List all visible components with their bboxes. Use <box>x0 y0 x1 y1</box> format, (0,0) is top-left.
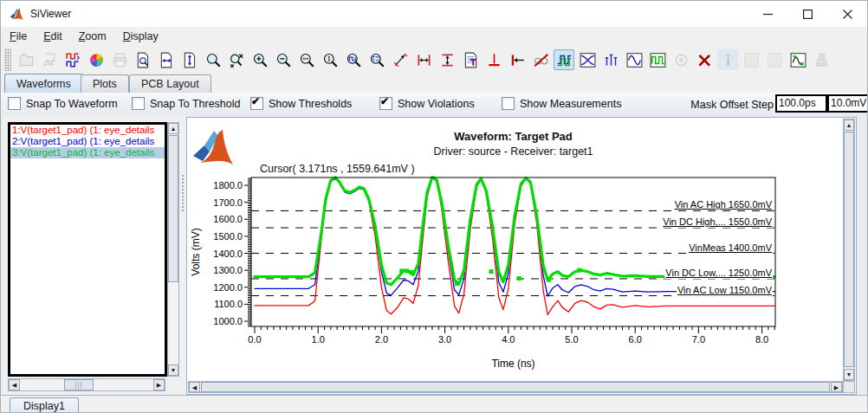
checkbox-snap-to-threshold[interactable] <box>132 97 145 110</box>
zoom-wave-region-icon[interactable] <box>366 49 387 70</box>
checkbox-snap-to-waveform[interactable] <box>8 97 21 110</box>
zoom-in-icon[interactable] <box>249 49 270 70</box>
toolbar-grip[interactable] <box>4 48 11 71</box>
zoom-out-icon[interactable] <box>273 49 294 70</box>
report-icon[interactable] <box>460 49 481 70</box>
app-logo-icon <box>10 8 24 21</box>
zoom-fit-height-icon[interactable] <box>179 49 200 70</box>
measure-slope-icon[interactable] <box>390 49 411 70</box>
splitter-handle[interactable] <box>181 174 185 212</box>
svg-text:6.0: 6.0 <box>629 334 642 345</box>
hide-violations-icon[interactable] <box>530 49 551 70</box>
open-icon[interactable] <box>16 49 36 70</box>
checkbox-show-measurements[interactable] <box>502 97 515 110</box>
svg-text:Volts (mV): Volts (mV) <box>190 228 202 275</box>
panel-splitter[interactable] <box>179 117 186 395</box>
zoom-wave-x-icon[interactable] <box>343 49 364 70</box>
scrollbar-corner <box>843 381 855 393</box>
threshold-label-vin-dc-low: Vin DC Low,... 1250.0mV <box>664 268 773 279</box>
menu-zoom[interactable]: Zoom <box>71 29 114 44</box>
svg-text:1.0: 1.0 <box>312 334 325 345</box>
scroll-up-button[interactable]: ▲ <box>168 123 178 134</box>
signal-item-2[interactable]: 2:V(target1_pad) (1: eye_details <box>10 136 165 147</box>
scrollbar-thumb[interactable] <box>201 382 830 392</box>
mask-offset-voltage-field[interactable]: 10.0mV <box>827 94 868 113</box>
scroll-down-button[interactable]: ▼ <box>168 365 178 376</box>
tab-pcb-layout[interactable]: PCB Layout <box>129 74 211 93</box>
color-map-icon[interactable] <box>86 49 107 70</box>
chart-vertical-scrollbar[interactable]: ▲ ▼ <box>843 119 855 381</box>
target-icon[interactable] <box>670 49 691 70</box>
option-show-thresholds: Show Thresholds <box>250 97 352 110</box>
option-show-measurements: Show Measurements <box>502 97 621 110</box>
zoom-cursor-icon[interactable] <box>203 49 223 70</box>
scroll-down-button[interactable]: ▼ <box>844 369 854 380</box>
scroll-left-button[interactable]: ◀ <box>9 379 20 390</box>
zoom-xy-icon[interactable] <box>226 49 247 70</box>
maximize-button[interactable] <box>787 1 827 27</box>
threshold-label-vin-ac-low: Vin AC Low 1150.0mV <box>677 285 773 296</box>
chart-horizontal-scrollbar[interactable]: ◀ ▶ <box>188 381 843 393</box>
minimize-button[interactable] <box>748 1 787 27</box>
scroll-right-button[interactable]: ▶ <box>831 382 842 392</box>
checkbox-show-violations[interactable] <box>379 97 392 110</box>
signal-list-vertical-scrollbar[interactable]: ▲ ▼ <box>167 122 179 377</box>
stamp-icon[interactable] <box>811 49 832 70</box>
signal-item-3[interactable]: 3:V(target1_pad) (1: eye_details <box>10 147 165 158</box>
threshold-label-vin-ac-high: Vin AC High 1650.0mV <box>674 199 773 210</box>
label-show-thresholds: Show Thresholds <box>269 98 352 110</box>
import-waveform-icon[interactable] <box>39 49 60 70</box>
label-snap-to-threshold: Snap To Threshold <box>150 98 240 110</box>
print-icon[interactable] <box>109 49 130 70</box>
zoom-fit-width-icon[interactable] <box>156 49 177 70</box>
waveform-view-icon[interactable] <box>554 49 574 70</box>
scroll-up-button[interactable]: ▲ <box>844 119 854 131</box>
zoom-y-icon[interactable] <box>320 49 340 70</box>
tab-display1[interactable]: Display1 <box>10 397 79 413</box>
tab-plots[interactable]: Plots <box>81 74 129 93</box>
tab-waveforms[interactable]: Waveforms <box>4 74 83 93</box>
title-bar[interactable]: SiViewer <box>1 1 867 27</box>
scrollbar-thumb[interactable] <box>844 132 854 367</box>
info-icon[interactable] <box>717 49 738 70</box>
placeholder-icon-2[interactable] <box>764 49 785 70</box>
overlay-waveforms-icon[interactable] <box>787 49 808 70</box>
label-show-violations: Show Violations <box>398 98 475 110</box>
menu-file[interactable]: File <box>2 29 35 44</box>
checkbox-show-thresholds[interactable] <box>250 97 263 110</box>
mask-offset-step-label: Mask Offset Step <box>690 99 774 111</box>
edit-waveform-icon[interactable] <box>62 49 83 70</box>
signal-list-horizontal-scrollbar[interactable]: ◀ ▶ <box>8 378 165 391</box>
measure-vertical-icon[interactable] <box>437 49 457 70</box>
scrollbar-thumb[interactable] <box>168 135 178 282</box>
delete-icon[interactable] <box>694 49 715 70</box>
mask-offset-time-field[interactable]: 100.0ps <box>775 94 827 113</box>
svg-text:1800.0: 1800.0 <box>213 180 243 190</box>
svg-text:1000.0: 1000.0 <box>213 316 243 326</box>
scrollbar-thumb[interactable] <box>64 379 94 390</box>
cursor-readout: Cursor( 3.171ns , 1559.641mV ) <box>260 163 415 175</box>
threshold-markers-icon[interactable] <box>600 49 621 70</box>
scroll-left-button[interactable]: ◀ <box>189 382 200 392</box>
scroll-right-button[interactable]: ▶ <box>153 379 165 390</box>
marker-horizontal-icon[interactable] <box>507 49 528 70</box>
placeholder-icon-1[interactable] <box>741 49 761 70</box>
option-snap-to-waveform: Snap To Waveform <box>8 97 118 110</box>
toolbar <box>1 46 867 74</box>
digital-wave-icon[interactable] <box>647 49 668 70</box>
eye-diagram-icon[interactable] <box>577 49 598 70</box>
measure-horizontal-icon[interactable] <box>413 49 434 70</box>
signal-panel: 1:V(target1_pad) (1: eye_details2:V(targ… <box>3 117 179 395</box>
chart-subtitle: Driver: source - Receiver: target1 <box>251 145 775 158</box>
analog-wave-icon[interactable] <box>624 49 645 70</box>
menu-edit[interactable]: Edit <box>36 29 70 44</box>
zoom-fit-page-icon[interactable] <box>133 49 153 70</box>
svg-text:1500.0: 1500.0 <box>213 231 243 242</box>
menu-display[interactable]: Display <box>115 29 166 44</box>
svg-text:5.0: 5.0 <box>565 334 578 345</box>
zoom-x-icon[interactable] <box>296 49 317 70</box>
signal-item-1[interactable]: 1:V(target1_pad) (1: eye_details <box>10 125 165 136</box>
close-button[interactable] <box>827 1 867 27</box>
label-snap-to-waveform: Snap To Waveform <box>26 98 118 110</box>
marker-vertical-icon[interactable] <box>483 49 504 70</box>
